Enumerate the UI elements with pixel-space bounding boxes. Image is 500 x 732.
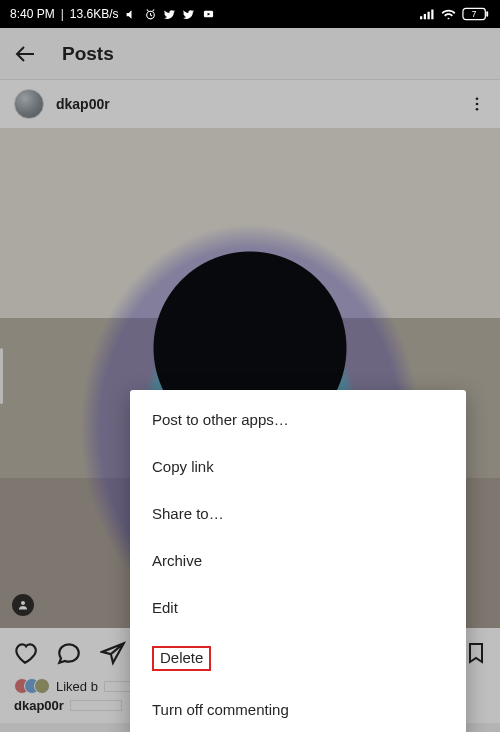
bookmark-icon[interactable] (464, 641, 488, 665)
svg-point-9 (476, 103, 479, 106)
avatar[interactable] (14, 89, 44, 119)
svg-rect-7 (486, 11, 488, 17)
tagged-people-badge[interactable] (12, 594, 34, 616)
android-status-bar: 8:40 PM | 13.6KB/s 7 (0, 0, 500, 28)
like-icon[interactable] (12, 640, 38, 666)
svg-point-8 (476, 97, 479, 100)
liked-by-text: Liked b (56, 679, 98, 694)
more-icon[interactable] (468, 95, 486, 113)
svg-point-11 (21, 601, 25, 605)
svg-point-10 (476, 108, 479, 111)
battery-icon: 7 (462, 7, 490, 21)
menu-delete-label: Delete (152, 646, 211, 671)
youtube-icon (201, 9, 216, 20)
status-right: 7 (420, 7, 490, 22)
liker-avatars (14, 678, 50, 694)
menu-edit[interactable]: Edit (130, 584, 466, 631)
menu-archive[interactable]: Archive (130, 537, 466, 584)
scroll-indicator (0, 348, 3, 404)
twitter-icon-2 (182, 8, 195, 21)
post-header: dkap00r (0, 80, 500, 128)
svg-rect-4 (428, 12, 430, 20)
app-bar: Posts (0, 28, 500, 80)
app-content: Posts dkap00r (0, 28, 500, 732)
wifi-icon (441, 7, 456, 22)
svg-rect-2 (420, 16, 422, 19)
menu-copy-link[interactable]: Copy link (130, 443, 466, 490)
svg-rect-3 (424, 14, 426, 19)
menu-share-to[interactable]: Share to… (130, 490, 466, 537)
status-net-rate: 13.6KB/s (70, 7, 119, 21)
status-time: 8:40 PM (10, 7, 55, 21)
post-options-menu: Post to other apps… Copy link Share to… … (130, 390, 466, 732)
caption-username[interactable]: dkap00r (14, 698, 64, 713)
comment-icon[interactable] (56, 640, 82, 666)
caption-redact (70, 700, 122, 711)
back-icon[interactable] (14, 42, 38, 66)
svg-rect-5 (431, 10, 433, 20)
mute-icon (125, 8, 138, 21)
share-icon[interactable] (100, 640, 126, 666)
post-username[interactable]: dkap00r (56, 96, 456, 112)
twitter-icon (163, 8, 176, 21)
menu-post-to-other-apps[interactable]: Post to other apps… (130, 396, 466, 443)
battery-text: 7 (472, 9, 477, 19)
menu-delete[interactable]: Delete (130, 631, 466, 686)
alarm-icon (144, 8, 157, 21)
page-title: Posts (62, 43, 114, 65)
status-left: 8:40 PM | 13.6KB/s (10, 7, 216, 21)
menu-turn-off-commenting[interactable]: Turn off commenting (130, 686, 466, 732)
signal-icon (420, 8, 435, 20)
status-separator: | (61, 7, 64, 21)
